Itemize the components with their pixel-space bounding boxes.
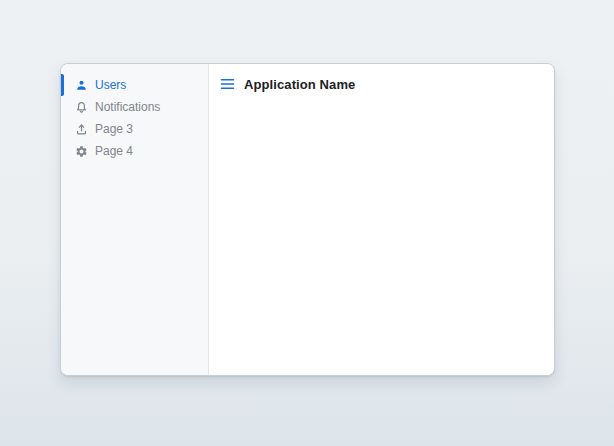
sidebar-item-notifications[interactable]: Notifications bbox=[61, 96, 208, 118]
gear-icon bbox=[75, 145, 88, 158]
menu-button[interactable] bbox=[219, 77, 235, 91]
main-header: Application Name bbox=[209, 64, 554, 92]
bell-icon bbox=[75, 101, 88, 114]
sidebar-item-label: Page 3 bbox=[95, 122, 133, 136]
content-area bbox=[209, 92, 554, 375]
sidebar: Users Notifications bbox=[61, 64, 209, 375]
sidebar-item-page4[interactable]: Page 4 bbox=[61, 140, 208, 162]
page-background: Users Notifications bbox=[0, 0, 614, 446]
main-content: Application Name bbox=[209, 64, 554, 375]
app-title: Application Name bbox=[244, 77, 355, 92]
app-window: Users Notifications bbox=[60, 63, 555, 376]
sidebar-item-label: Page 4 bbox=[95, 144, 133, 158]
sidebar-item-page3[interactable]: Page 3 bbox=[61, 118, 208, 140]
sidebar-item-label: Users bbox=[95, 78, 126, 92]
user-icon bbox=[75, 79, 88, 92]
sidebar-item-users[interactable]: Users bbox=[61, 74, 208, 96]
sidebar-item-label: Notifications bbox=[95, 100, 160, 114]
hamburger-icon bbox=[220, 78, 235, 90]
upload-icon bbox=[75, 123, 88, 136]
